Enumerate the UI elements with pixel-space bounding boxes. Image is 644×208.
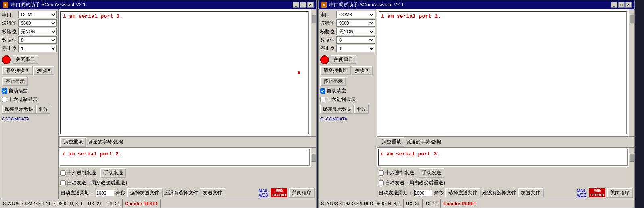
stop-display-row-2: 停止显示: [320, 77, 375, 86]
auto-send-checkbox-1[interactable]: [60, 180, 66, 185]
baud-label-1: 波特率: [2, 20, 17, 27]
window-2: ■ 串口调试助手 SComAssistant V2.1 _ □ ✕ 串口 COM…: [318, 0, 635, 208]
stop-display-row-1: 停止显示: [2, 77, 57, 86]
send-label-2: 发送的字符/数据: [406, 139, 441, 145]
send-scrollbar-1[interactable]: [311, 148, 316, 167]
web-link-1[interactable]: WEB: [259, 193, 268, 197]
select-file-button-1[interactable]: 选择发送文件: [127, 188, 163, 197]
hex-display-checkbox-2[interactable]: [320, 97, 325, 102]
hex-display-label-2: 十六进制显示: [327, 96, 356, 103]
app-icon-1: ■: [3, 2, 8, 8]
send-text-2: i am serial port 3.: [380, 151, 440, 157]
close-button-1[interactable]: ✕: [307, 2, 314, 8]
manual-send-button-2[interactable]: 手动发送: [419, 168, 444, 178]
send-scrollbar-2[interactable]: [629, 148, 634, 167]
baud-row-2: 波特率 9600: [320, 19, 375, 27]
stopbits-select-2[interactable]: 1: [336, 45, 375, 52]
period-label-1: 自动发送周期：: [60, 189, 94, 196]
title-bar-left-2: ■ 串口调试助手 SComAssistant V2.1: [321, 2, 404, 8]
title-bar-left-1: ■ 串口调试助手 SComAssistant V2.1: [3, 2, 85, 8]
stopbits-select-1[interactable]: 1: [18, 45, 57, 52]
parity-select-1[interactable]: 无NON: [18, 28, 57, 35]
clear-receive-button-1[interactable]: 清空接收区: [2, 66, 33, 75]
send-file-button-1[interactable]: 发送文件: [200, 188, 225, 197]
maximize-button-1[interactable]: □: [300, 2, 306, 8]
hex-display-row-1: 十六进制显示: [2, 96, 57, 103]
web-link-2[interactable]: WEB: [577, 193, 586, 197]
port-select-2[interactable]: COM3: [336, 11, 375, 18]
mail-link-1[interactable]: MAIL: [259, 189, 268, 193]
parity-row-2: 校验位 无NON: [320, 28, 375, 35]
send-area-wrapper-1: i am serial port 2.: [59, 148, 316, 167]
parity-select-2[interactable]: 无NON: [336, 28, 375, 35]
databits-label-2: 数据位: [320, 37, 336, 44]
clear-receive-button-2[interactable]: 清空接收区: [320, 66, 351, 75]
title-bar-1: ■ 串口调试助手 SComAssistant V2.1 _ □ ✕: [0, 0, 316, 9]
stop-display-button-1[interactable]: 停止显示: [2, 77, 28, 86]
modify-button-1[interactable]: 更改: [36, 105, 50, 114]
minimize-button-2[interactable]: _: [611, 2, 617, 8]
save-data-button-2[interactable]: 保存显示数据: [320, 105, 354, 114]
send-header-1: 清空重填 发送的字符/数据: [59, 137, 316, 148]
parity-row-1: 校验位 无NON: [2, 28, 57, 35]
status-text-1: STATUS: COM2 OPENED; 9600, N, 8, 1: [0, 199, 85, 208]
hex-display-row-2: 十六进制显示: [320, 96, 375, 103]
modify-button-2[interactable]: 更改: [354, 105, 369, 114]
path-1: C:\COMDATA: [2, 116, 57, 121]
receive-area-1[interactable]: i am serial port 3.: [60, 11, 309, 134]
close-port-button-2[interactable]: 关闭串口: [331, 55, 356, 64]
hex-send-checkbox-1[interactable]: [60, 170, 66, 176]
receive-text-1: i am serial port 3.: [63, 13, 123, 19]
close-port-button-1[interactable]: 关闭串口: [13, 55, 38, 64]
send-text-1: i am serial port 2.: [62, 151, 122, 157]
studio-badge-2: 唐峰STUDIO: [589, 188, 605, 198]
send-area-1[interactable]: i am serial port 2.: [60, 149, 310, 166]
baud-row-1: 波特率 9600: [2, 19, 57, 27]
bottom-section-2: 清空重填 发送的字符/数据 i am serial port 3. 十六进制发送: [377, 136, 634, 199]
send-file-button-2[interactable]: 发送文件: [518, 188, 544, 197]
auto-clear-checkbox-1[interactable]: [2, 88, 7, 94]
scrollbar-thumb-1: [311, 15, 316, 23]
period-input-1[interactable]: 1000: [96, 190, 114, 196]
manual-send-button-1[interactable]: 手动发送: [100, 168, 126, 178]
send-area-2[interactable]: i am serial port 3.: [378, 149, 628, 166]
rx-1: RX: 21: [85, 199, 104, 208]
save-data-button-1[interactable]: 保存显示数据: [2, 105, 36, 114]
counter-reset-2[interactable]: Counter RESET: [441, 199, 479, 208]
receive-area-button-1[interactable]: 接收区: [33, 66, 54, 75]
receive-area-button-2[interactable]: 接收区: [352, 66, 373, 75]
counter-reset-1[interactable]: Counter RESET: [123, 199, 161, 208]
minimize-button-1[interactable]: _: [293, 2, 299, 8]
auto-send-checkbox-2[interactable]: [379, 180, 384, 185]
baud-select-1[interactable]: 9600: [18, 19, 57, 27]
maximize-button-2[interactable]: □: [618, 2, 625, 8]
stop-display-button-2[interactable]: 停止显示: [320, 77, 346, 86]
mail-link-2[interactable]: MAIL: [577, 189, 586, 193]
databits-select-2[interactable]: 8: [336, 36, 375, 44]
mail-web-area-2[interactable]: MAIL WEB: [576, 189, 588, 197]
clear-send-button-1[interactable]: 清空重填: [60, 137, 86, 147]
scrollbar-thumb-2: [629, 15, 634, 23]
port-row-2: 串口 COM3: [320, 11, 375, 18]
baud-select-2[interactable]: 9600: [336, 19, 375, 27]
hex-send-checkbox-2[interactable]: [379, 170, 384, 176]
hex-display-checkbox-1[interactable]: [2, 97, 7, 102]
path-2: C:\COMDATA: [320, 116, 375, 121]
receive-area-2[interactable]: i am serial port 2.: [379, 11, 627, 134]
close-button-2[interactable]: ✕: [625, 2, 632, 8]
select-file-button-2[interactable]: 选择发送文件: [445, 188, 481, 197]
period-input-2[interactable]: 1000: [414, 190, 432, 196]
clear-send-button-2[interactable]: 清空重填: [379, 137, 404, 147]
title-controls-2: _ □ ✕: [611, 2, 632, 8]
receive-scrollbar-2[interactable]: [629, 9, 634, 136]
auto-clear-checkbox-2[interactable]: [320, 88, 325, 94]
mail-web-area-1[interactable]: MAIL WEB: [258, 189, 269, 197]
port-select-1[interactable]: COM2: [18, 11, 57, 18]
close-program-button-2[interactable]: 关闭程序: [607, 188, 633, 198]
period-unit-1: 毫秒: [116, 189, 125, 196]
receive-scrollbar-1[interactable]: [311, 9, 316, 136]
databits-select-1[interactable]: 8: [18, 36, 57, 44]
bottom-section-1: 清空重填 发送的字符/数据 i am serial port 2. 十六进制发送: [59, 136, 316, 199]
send-bottom-1: 自动发送周期： 1000 毫秒 选择发送文件 还没有选择文件 发送文件 MAIL…: [59, 187, 316, 199]
close-program-button-1[interactable]: 关闭程序: [289, 188, 315, 198]
